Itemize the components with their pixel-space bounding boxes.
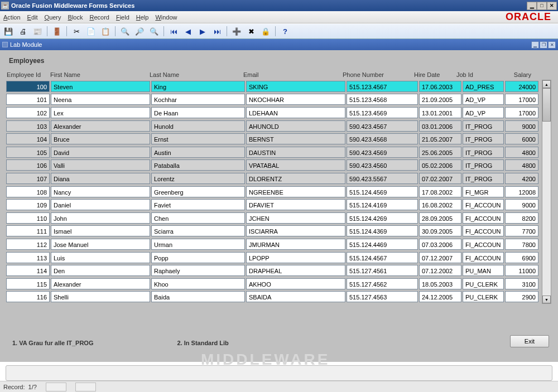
cell-em[interactable]: LPOPP (246, 252, 345, 263)
cell-id[interactable]: 106 (6, 159, 50, 171)
cell-sa[interactable]: 4800 (505, 147, 538, 158)
cell-hd[interactable]: 16.08.2002 (419, 199, 461, 210)
table-row[interactable]: 107DianaLorentzDLORENTZ590.423.556707.02… (6, 172, 552, 185)
cut-icon[interactable]: ✂ (70, 25, 83, 37)
cell-jb[interactable]: PU_CLERK (463, 291, 504, 302)
cell-id[interactable]: 113 (6, 252, 50, 263)
table-row[interactable]: 103AlexanderHunoldAHUNOLD590.423.456703.… (6, 119, 552, 133)
cell-ln[interactable]: Pataballa (151, 159, 245, 171)
cell-ph[interactable]: 515.127.4563 (347, 291, 418, 302)
menu-edit[interactable]: Edit (27, 14, 38, 21)
cell-fn[interactable]: Shelli (51, 291, 150, 302)
cell-id[interactable]: 108 (6, 186, 50, 197)
cell-jb[interactable]: AD_VP (463, 94, 504, 105)
table-row[interactable]: 106ValliPataballaVPATABAL590.423.456005.… (6, 159, 552, 172)
cell-ph[interactable]: 515.124.4369 (347, 225, 418, 236)
cell-id[interactable]: 101 (6, 94, 50, 105)
cell-ln[interactable]: Baida (151, 291, 245, 302)
cell-jb[interactable]: FI_ACCOUN (463, 199, 504, 210)
cell-hd[interactable]: 07.02.2007 (419, 173, 461, 184)
print-icon[interactable]: 🖨 (17, 25, 29, 37)
print-setup-icon[interactable]: 📰 (31, 25, 44, 37)
table-row[interactable]: 110JohnChenJCHEN515.124.426928.09.2005FI… (6, 211, 552, 225)
cell-em[interactable]: DFAVIET (246, 199, 345, 210)
cell-em[interactable]: AHUNOLD (246, 120, 345, 132)
cell-em[interactable]: JMURMAN (246, 239, 345, 250)
close-button[interactable]: ✕ (547, 2, 557, 10)
table-row[interactable]: 108NancyGreenbergNGREENBE515.124.456917.… (6, 185, 552, 199)
cell-id[interactable]: 116 (6, 291, 50, 302)
cell-fn[interactable]: Ismael (51, 225, 150, 236)
cell-em[interactable]: DLORENTZ (246, 173, 345, 184)
cell-sa[interactable]: 8200 (505, 212, 538, 224)
cell-hd[interactable]: 17.06.2003 (419, 81, 461, 92)
cell-sa[interactable]: 12008 (505, 186, 538, 197)
cell-ln[interactable]: Raphaely (151, 265, 245, 276)
cell-hd[interactable]: 21.09.2005 (419, 94, 461, 105)
scroll-up-button[interactable]: ▲ (542, 80, 551, 88)
cell-fn[interactable]: Alexander (51, 120, 150, 132)
cell-jb[interactable]: IT_PROG (463, 133, 504, 144)
cell-id[interactable]: 100 (6, 81, 50, 92)
help-icon[interactable]: ? (279, 25, 291, 37)
table-row[interactable]: 102LexDe HaanLDEHAAN515.123.456913.01.20… (6, 106, 552, 119)
cell-em[interactable]: NKOCHHAR (246, 94, 345, 105)
cell-fn[interactable]: Lex (51, 107, 150, 118)
cell-ph[interactable]: 515.123.4568 (347, 94, 418, 105)
cell-ln[interactable]: Lorentz (151, 173, 245, 184)
cell-ln[interactable]: Chen (151, 212, 245, 224)
scroll-down-button[interactable]: ▼ (542, 296, 551, 303)
cell-hd[interactable]: 17.08.2002 (419, 186, 461, 197)
menu-field[interactable]: Field (116, 14, 129, 21)
cell-ln[interactable]: Hunold (151, 120, 245, 132)
cell-em[interactable]: DAUSTIN (246, 147, 345, 158)
remove-record-icon[interactable]: ✖ (245, 25, 257, 37)
cell-id[interactable]: 115 (6, 278, 50, 289)
cell-jb[interactable]: FI_ACCOUN (463, 252, 504, 263)
cell-ph[interactable]: 590.423.4568 (347, 133, 418, 144)
cell-ln[interactable]: Urman (151, 239, 245, 250)
module-close-button[interactable]: ✕ (548, 41, 556, 49)
cell-ph[interactable]: 515.123.4567 (347, 81, 418, 92)
cell-ph[interactable]: 515.124.4169 (347, 199, 418, 210)
table-row[interactable]: 116ShelliBaidaSBAIDA515.127.456324.12.20… (6, 291, 552, 304)
cell-jb[interactable]: IT_PROG (463, 159, 504, 171)
cell-fn[interactable]: Jose Manuel (51, 239, 150, 250)
cell-id[interactable]: 112 (6, 239, 50, 250)
cell-hd[interactable]: 30.09.2005 (419, 225, 461, 236)
minimize-button[interactable]: ▁ (527, 2, 537, 10)
cell-em[interactable]: DRAPHEAL (246, 265, 345, 276)
cell-ph[interactable]: 515.124.4469 (347, 239, 418, 250)
cell-hd[interactable]: 18.05.2003 (419, 278, 461, 289)
cell-sa[interactable]: 9000 (505, 120, 538, 132)
table-row[interactable]: 111IsmaelSciarraISCIARRA515.124.436930.0… (6, 225, 552, 238)
cell-ph[interactable]: 515.124.4269 (347, 212, 418, 224)
cell-em[interactable]: BERNST (246, 133, 345, 144)
cell-sa[interactable]: 17000 (505, 107, 538, 118)
cell-id[interactable]: 103 (6, 120, 50, 132)
cell-sa[interactable]: 9000 (505, 199, 538, 210)
cell-sa[interactable]: 7700 (505, 225, 538, 236)
cell-sa[interactable]: 2900 (505, 291, 538, 302)
cell-em[interactable]: ISCIARRA (246, 225, 345, 236)
cell-hd[interactable]: 21.05.2007 (419, 133, 461, 144)
cell-em[interactable]: SBAIDA (246, 291, 345, 302)
maximize-button[interactable]: □ (537, 2, 547, 10)
table-row[interactable]: 115AlexanderKhooAKHOO515.127.456218.05.2… (6, 277, 552, 291)
cancel-query-icon[interactable]: 🔍 (148, 25, 160, 37)
copy-icon[interactable]: 📄 (85, 25, 97, 37)
table-row[interactable]: 104BruceErnstBERNST590.423.456821.05.200… (6, 132, 552, 146)
module-restore-button[interactable]: ❐ (540, 41, 547, 49)
cell-jb[interactable]: IT_PROG (463, 120, 504, 132)
cell-sa[interactable]: 6900 (505, 252, 538, 263)
cell-sa[interactable]: 6000 (505, 133, 538, 144)
table-row[interactable]: 114DenRaphaelyDRAPHEAL515.127.456107.12.… (6, 264, 552, 277)
cell-ln[interactable]: Kochhar (151, 94, 245, 105)
table-row[interactable]: 105DavidAustinDAUSTIN590.423.456925.06.2… (6, 146, 552, 159)
cell-id[interactable]: 107 (6, 173, 50, 184)
table-row[interactable]: 101NeenaKochharNKOCHHAR515.123.456821.09… (6, 93, 552, 107)
cell-id[interactable]: 114 (6, 265, 50, 276)
cell-hd[interactable]: 28.09.2005 (419, 212, 461, 224)
scroll-thumb[interactable] (542, 88, 551, 122)
exit-button[interactable]: Exit (510, 335, 549, 347)
